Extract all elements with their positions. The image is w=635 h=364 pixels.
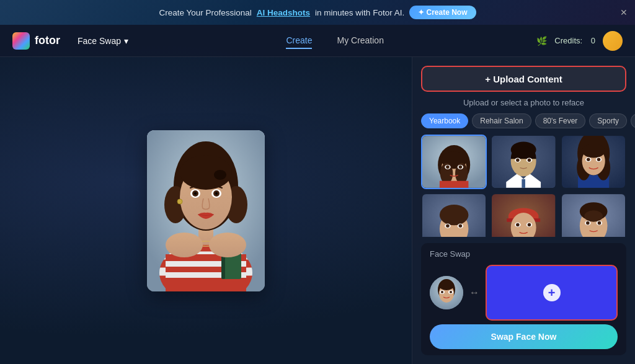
face-source: [430, 276, 463, 309]
svg-point-79: [597, 221, 601, 225]
banner-highlight: AI Headshots: [257, 8, 310, 17]
upload-content-button[interactable]: + Upload Content: [421, 66, 626, 92]
chevron-down-icon: ▾: [124, 36, 128, 46]
credits-label: Credits: 0: [554, 36, 595, 45]
face-swap-title: Face Swap: [430, 249, 618, 259]
swap-face-button[interactable]: Swap Face Now: [430, 324, 618, 349]
svg-point-51: [582, 144, 605, 158]
svg-point-55: [597, 158, 600, 162]
svg-point-53: [587, 158, 590, 162]
svg-point-16: [215, 192, 218, 195]
grid-portrait-5: [492, 194, 555, 237]
svg-rect-35: [522, 179, 526, 188]
main: + Upload Content Upload or select a phot…: [0, 57, 635, 364]
svg-point-83: [439, 280, 454, 290]
add-face-icon: +: [543, 284, 561, 301]
grid-item-6[interactable]: [561, 193, 626, 237]
svg-point-71: [528, 223, 531, 227]
header: fotor Face Swap ▾ Create My Creation 🌿 C…: [0, 25, 635, 57]
category-tabs: Yearbook Rehair Salon 80's Fever Sporty …: [421, 113, 626, 128]
tab-yearbook[interactable]: Yearbook: [421, 113, 468, 128]
photo-preview: [147, 130, 265, 291]
svg-point-77: [586, 221, 590, 225]
nav-center: Create My Creation: [133, 33, 536, 49]
svg-rect-32: [440, 181, 469, 188]
svg-point-21: [209, 233, 246, 257]
tab-christmas[interactable]: Christmas: [631, 113, 635, 128]
select-photo-text: Upload or select a photo to reface: [421, 98, 626, 107]
source-portrait-svg: [430, 276, 463, 309]
right-panel: + Upload Content Upload or select a phot…: [412, 57, 635, 364]
photo-grid: [421, 135, 626, 237]
top-banner: Create Your Professional AI Headshots in…: [0, 0, 635, 25]
tab-sporty[interactable]: Sporty: [589, 113, 627, 128]
svg-point-13: [194, 192, 197, 195]
svg-point-60: [446, 224, 450, 228]
face-swap-row: ↔ +: [430, 265, 618, 321]
grid-item-3[interactable]: [561, 135, 626, 189]
avatar[interactable]: [603, 31, 623, 51]
svg-point-42: [528, 158, 531, 162]
grid-portrait-4: [422, 194, 486, 237]
logo: fotor: [12, 32, 60, 50]
grid-item-5[interactable]: [491, 193, 556, 237]
grid-portrait-6: [562, 194, 625, 237]
photo-grid-wrapper: [421, 135, 626, 237]
grid-item-1[interactable]: [421, 135, 487, 189]
svg-point-31: [459, 166, 463, 169]
grid-item-4[interactable]: [421, 193, 487, 237]
banner-text-before: Create Your Professional: [159, 8, 251, 17]
svg-point-85: [441, 291, 443, 293]
face-target[interactable]: +: [486, 265, 618, 321]
svg-point-87: [450, 291, 452, 293]
banner-create-button[interactable]: ✦ Create Now: [409, 6, 476, 19]
logo-icon: [12, 32, 30, 50]
grid-item-2[interactable]: [491, 135, 556, 189]
svg-point-20: [166, 233, 203, 257]
svg-point-69: [516, 223, 520, 227]
nav-my-creation[interactable]: My Creation: [337, 33, 383, 49]
grid-portrait-1: [422, 136, 486, 188]
svg-point-40: [516, 158, 520, 162]
grid-portrait-3: [562, 136, 625, 188]
leaf-icon: 🌿: [536, 36, 547, 46]
tab-rehair-salon[interactable]: Rehair Salon: [472, 113, 531, 128]
face-swap-label: Face Swap: [78, 36, 121, 46]
tab-80s-fever[interactable]: 80's Fever: [535, 113, 586, 128]
nav-create[interactable]: Create: [286, 33, 312, 49]
svg-point-29: [446, 166, 450, 169]
svg-point-75: [584, 210, 603, 222]
svg-point-62: [459, 224, 463, 228]
svg-point-58: [440, 205, 469, 225]
banner-text-after: in minutes with Fotor AI.: [315, 8, 404, 17]
nav-right: 🌿 Credits: 0: [536, 31, 623, 51]
portrait-svg: [147, 130, 265, 291]
face-swap-nav[interactable]: Face Swap ▾: [73, 33, 133, 48]
left-panel: [0, 57, 412, 364]
face-swap-section: Face Swap: [421, 243, 626, 355]
grid-portrait-2: [492, 136, 555, 188]
svg-point-10: [214, 170, 226, 180]
logo-text: fotor: [35, 34, 60, 47]
close-icon[interactable]: ✕: [620, 7, 628, 17]
arrow-icon: ↔: [469, 287, 479, 298]
svg-point-17: [177, 199, 182, 204]
